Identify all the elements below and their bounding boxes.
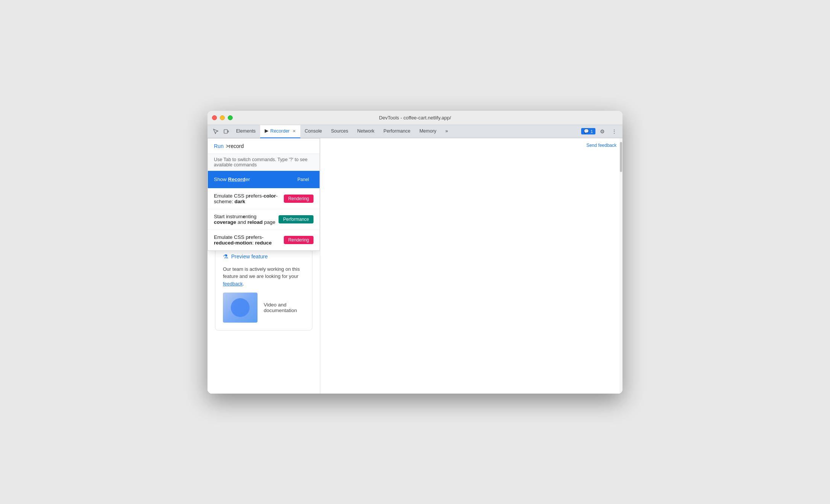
- feedback-link[interactable]: feedback: [223, 281, 243, 287]
- preview-header: ⚗ Preview feature: [223, 253, 304, 260]
- command-badge-performance[interactable]: Performance: [279, 215, 314, 223]
- preview-title: Preview feature: [231, 254, 268, 260]
- devtools-tab-bar: Elements Recorder ✕ Console Sources Netw…: [208, 125, 622, 138]
- scrollbar[interactable]: [619, 138, 622, 394]
- run-label: Run: [214, 143, 224, 149]
- tab-close-icon[interactable]: ✕: [292, 129, 296, 134]
- tab-more[interactable]: »: [441, 125, 453, 138]
- device-icon[interactable]: [221, 126, 232, 137]
- maximize-button[interactable]: [228, 115, 233, 120]
- command-item-coverage[interactable]: Start instrumenting coverage and reload …: [208, 209, 320, 230]
- more-options-button[interactable]: ⋮: [609, 126, 619, 137]
- record-icon: [265, 129, 268, 133]
- settings-button[interactable]: ⚙: [597, 126, 607, 137]
- minimize-button[interactable]: [220, 115, 225, 120]
- command-item-text-coverage: Start instrumenting coverage and reload …: [214, 214, 276, 225]
- svg-rect-1: [228, 131, 229, 132]
- command-palette: Run Use Tab to switch commands. Type '?'…: [208, 138, 320, 251]
- tab-console[interactable]: Console: [300, 125, 327, 138]
- scrollbar-thumb[interactable]: [620, 142, 622, 172]
- command-item-text-css-dark: Emulate CSS prefers-color-scheme: dark: [214, 193, 281, 204]
- flask-icon: ⚗: [223, 253, 228, 260]
- preview-bottom: Video and documentation: [223, 293, 304, 323]
- command-input[interactable]: [226, 143, 314, 149]
- tab-sources[interactable]: Sources: [326, 125, 353, 138]
- tabs-right-actions: 💬 1 ⚙ ⋮: [581, 126, 619, 137]
- command-item-show-recorder[interactable]: Show Recorder Panel: [208, 171, 320, 189]
- command-badge-panel[interactable]: Panel: [293, 175, 314, 184]
- tab-performance[interactable]: Performance: [379, 125, 415, 138]
- window-title: DevTools - coffee-cart.netlify.app/: [379, 115, 451, 121]
- title-bar: DevTools - coffee-cart.netlify.app/: [208, 111, 622, 125]
- command-badge-rendering-2[interactable]: Rendering: [284, 236, 314, 244]
- preview-image: [223, 293, 257, 323]
- command-badge-rendering-1[interactable]: Rendering: [284, 195, 314, 203]
- command-input-row: Run: [208, 139, 320, 154]
- preview-feature-box: ⚗ Preview feature Our team is actively w…: [215, 245, 312, 331]
- close-button[interactable]: [212, 115, 217, 120]
- command-item-reduced-motion[interactable]: Emulate CSS prefers-reduced-motion: redu…: [208, 230, 320, 250]
- tab-elements[interactable]: Elements: [232, 125, 260, 138]
- inspect-icon[interactable]: [211, 126, 221, 137]
- svg-rect-0: [224, 130, 227, 133]
- main-panel: Send feedback: [320, 138, 622, 394]
- traffic-lights: [212, 115, 233, 120]
- command-item-css-dark[interactable]: Emulate CSS prefers-color-scheme: dark R…: [208, 189, 320, 209]
- feedback-button[interactable]: 💬 1: [581, 128, 595, 134]
- command-item-text-show-recorder: Show Recorder: [214, 177, 290, 182]
- video-documentation-text: Video and documentation: [264, 302, 304, 313]
- command-hint: Use Tab to switch commands. Type '?' to …: [208, 154, 320, 171]
- recorder-panel: + No recordings Measure performance 1 Re…: [208, 138, 320, 394]
- devtools-window: DevTools - coffee-cart.netlify.app/ Elem…: [208, 111, 622, 394]
- tab-recorder[interactable]: Recorder ✕: [260, 125, 300, 138]
- send-feedback-button[interactable]: Send feedback: [586, 143, 616, 148]
- command-item-text-reduced-motion: Emulate CSS prefers-reduced-motion: redu…: [214, 234, 281, 246]
- preview-text: Our team is actively working on this fea…: [223, 266, 304, 288]
- tab-memory[interactable]: Memory: [415, 125, 441, 138]
- tab-network[interactable]: Network: [353, 125, 379, 138]
- content-area: + No recordings Measure performance 1 Re…: [208, 138, 622, 394]
